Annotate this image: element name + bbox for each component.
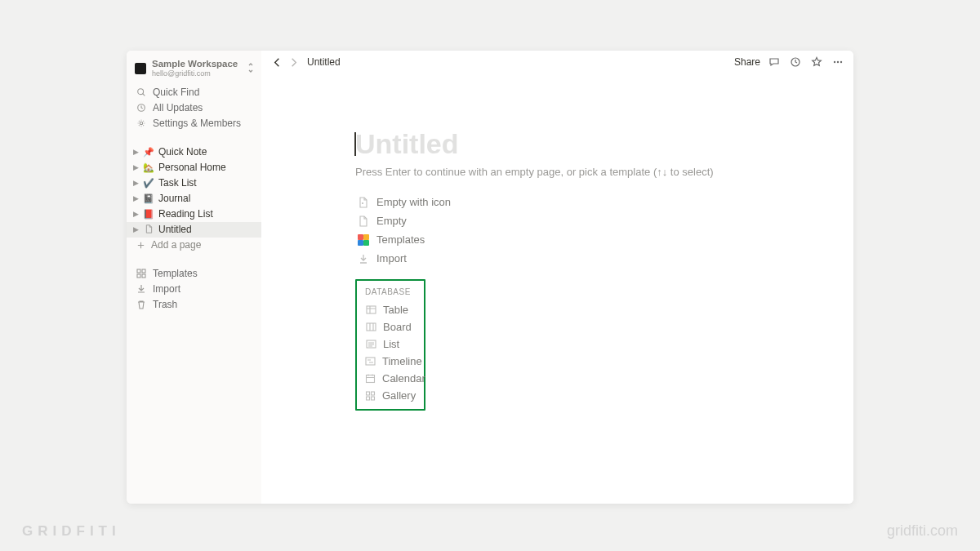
database-timeline[interactable]: Timeline [365,353,416,370]
more-icon[interactable] [831,55,845,69]
svg-point-8 [834,61,835,63]
database-section: DATABASE Table Board List Timeline [355,279,425,411]
trash-icon [136,300,146,309]
template-list: Empty with icon Empty Tem [355,193,837,268]
caret-icon: ▶ [133,163,141,171]
plus-icon [135,241,146,250]
updates-icon[interactable] [788,55,803,69]
share-button[interactable]: Share [734,56,760,68]
all-updates[interactable]: All Updates [127,100,261,116]
app-window: Sample Workspace hello@gridfiti.com Quic… [127,51,853,504]
sidebar-bottom-nav: Templates Import Trash [127,266,261,313]
watermark-right: gridfiti.com [887,522,958,540]
page-emoji: 📓 [142,193,155,204]
page-hint: Press Enter to continue with an empty pa… [355,166,837,178]
gear-icon [136,118,146,128]
page-emoji: ✔️ [142,178,155,189]
template-import[interactable]: Import [355,249,837,268]
database-header: DATABASE [365,287,416,296]
page-content: Untitled Press Enter to continue with an… [261,73,853,504]
back-button[interactable] [270,55,284,69]
comments-icon[interactable] [767,55,782,69]
svg-rect-15 [366,358,375,365]
page-emoji: 🏡 [142,162,155,173]
templates-nav[interactable]: Templates [127,266,261,282]
template-empty-with-icon[interactable]: Empty with icon [355,193,837,211]
add-page-button[interactable]: Add a page [127,238,261,253]
database-list[interactable]: List [365,335,416,353]
calendar-icon [365,373,376,384]
page-icon [142,224,155,235]
caret-icon: ▶ [133,179,141,187]
svg-rect-4 [142,269,145,273]
workspace-email: hello@gridfiti.com [152,69,238,78]
gallery-icon [365,390,376,402]
clock-icon [136,103,146,113]
caret-icon: ▶ [133,194,141,202]
page-icon [357,215,370,228]
svg-rect-16 [367,375,375,383]
templates-icon [136,269,146,278]
breadcrumb-title[interactable]: Untitled [307,56,341,68]
topbar: Untitled Share [261,51,853,73]
svg-point-2 [140,122,142,124]
sidebar-page-quick-note[interactable]: ▶ 📌 Quick Note [127,144,261,160]
search-icon [136,87,146,97]
database-table[interactable]: Table [365,301,416,318]
import-icon [357,252,370,265]
svg-rect-18 [372,392,375,395]
svg-point-0 [138,89,144,95]
settings-members[interactable]: Settings & Members [127,116,261,131]
favorite-icon[interactable] [809,55,824,69]
sidebar-nav: Quick Find All Updates Settings & Member… [127,83,261,133]
svg-point-9 [837,61,839,63]
timeline-icon [365,356,376,367]
workspace-switcher[interactable]: Sample Workspace hello@gridfiti.com [127,52,261,83]
page-title-input[interactable]: Untitled [355,129,837,159]
list-icon [365,339,376,350]
workspace-name: Sample Workspace [152,59,238,69]
sidebar-page-task-list[interactable]: ▶ ✔️ Task List [127,176,261,191]
svg-point-11 [363,202,363,203]
sidebar-page-untitled[interactable]: ▶ Untitled [127,222,261,238]
watermark-left: GRIDFITI [22,523,121,540]
sidebar-page-reading-list[interactable]: ▶ 📕 Reading List [127,207,261,222]
template-empty[interactable]: Empty [355,211,837,230]
database-gallery[interactable]: Gallery [365,387,416,404]
page-emoji: 📌 [142,147,155,158]
database-calendar[interactable]: Calendar [365,370,416,387]
sidebar-page-personal-home[interactable]: ▶ 🏡 Personal Home [127,160,261,176]
caret-icon: ▶ [133,148,141,156]
template-templates[interactable]: Templates [355,230,837,249]
templates-color-icon [357,233,370,247]
svg-rect-6 [142,274,145,278]
forward-button[interactable] [286,55,301,69]
svg-rect-17 [367,392,370,395]
main-panel: Untitled Share Untitled Press Enter to c… [261,51,853,504]
database-board[interactable]: Board [365,318,416,335]
expand-icon [247,62,255,73]
caret-icon: ▶ [133,210,141,218]
svg-rect-12 [367,306,376,313]
table-icon [365,304,376,316]
svg-rect-20 [372,397,375,400]
svg-rect-19 [367,397,370,400]
svg-rect-5 [137,274,140,278]
page-emoji: 📕 [142,209,155,220]
quick-find[interactable]: Quick Find [127,85,261,100]
pages-list: ▶ 📌 Quick Note ▶ 🏡 Personal Home ▶ ✔️ Ta… [127,144,261,253]
svg-point-10 [840,61,842,63]
svg-rect-3 [137,269,140,273]
import-nav[interactable]: Import [127,282,261,297]
import-icon [136,284,146,294]
caret-icon: ▶ [133,225,141,233]
sidebar-page-journal[interactable]: ▶ 📓 Journal [127,191,261,207]
workspace-icon [135,63,146,74]
board-icon [365,322,376,333]
sidebar: Sample Workspace hello@gridfiti.com Quic… [127,51,261,504]
trash-nav[interactable]: Trash [127,297,261,313]
svg-rect-13 [367,323,376,331]
page-sparkle-icon [357,196,370,209]
